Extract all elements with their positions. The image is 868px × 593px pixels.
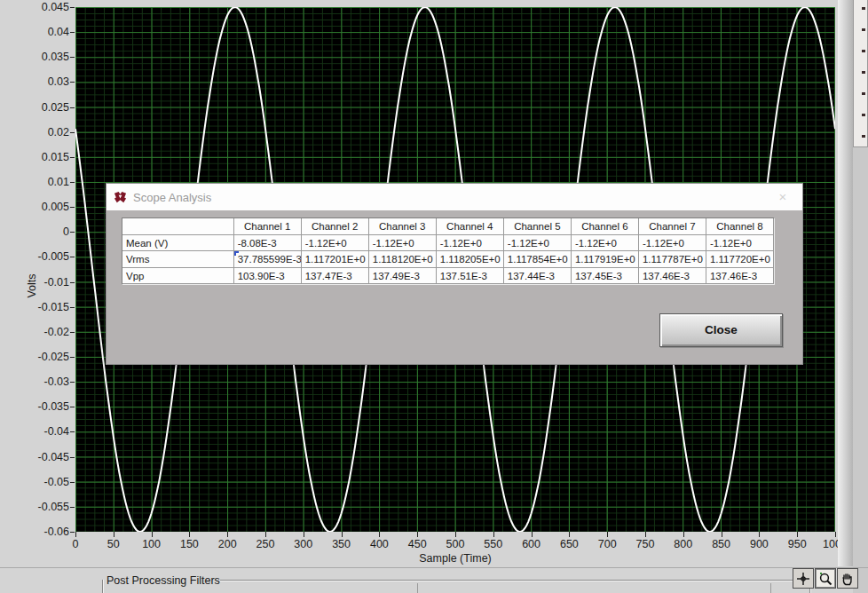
close-icon[interactable]: × (774, 189, 792, 205)
table-value-cell[interactable]: 137.45E-3 (572, 268, 639, 284)
selected-cell-marker (234, 251, 239, 256)
y-tick-mark (70, 82, 75, 83)
post-processing-filters-label: Post Processing Filters (107, 574, 220, 587)
post-processing-groupbox-border-left (102, 580, 104, 593)
table-value-cell[interactable]: -1.12E+0 (706, 235, 774, 251)
table-value-cell[interactable]: 103.90E-3 (234, 268, 302, 284)
y-tick-mark (70, 182, 75, 183)
x-tick-mark (342, 532, 343, 537)
cursor-tool-button[interactable] (793, 568, 814, 589)
y-tick-label: -0.055 (16, 501, 69, 513)
table-header-cell[interactable]: Channel 8 (706, 218, 774, 235)
scrollbar-thumb[interactable] (853, 0, 868, 147)
y-tick-mark (70, 232, 75, 233)
x-tick-mark (493, 532, 494, 537)
y-tick-label: -0.005 (16, 250, 69, 263)
table-header-cell[interactable]: Channel 6 (572, 218, 639, 235)
y-tick-label: 0.03 (16, 75, 69, 88)
y-tick-mark (70, 282, 75, 283)
y-tick-label: 0.015 (16, 151, 69, 163)
y-tick-mark (70, 457, 75, 458)
dialog-titlebar[interactable]: Scope Analysis × (107, 184, 802, 210)
table-value-cell[interactable]: 1.118205E+0 (437, 251, 504, 267)
table-value-cell[interactable]: 37.785599E-3 (234, 251, 302, 267)
y-tick-mark (70, 407, 75, 407)
table-header-cell[interactable]: Channel 1 (234, 218, 302, 235)
y-tick-mark (70, 57, 75, 58)
x-axis-label: Sample (Time) (75, 552, 835, 565)
table-value-cell[interactable]: 137.47E-3 (302, 268, 369, 284)
y-tick-mark (70, 382, 75, 383)
x-tick-mark (607, 532, 608, 537)
table-value-cell[interactable]: -1.12E+0 (369, 235, 437, 251)
scrollbar-grip-dots (862, 7, 865, 140)
y-tick-label: -0.035 (16, 400, 69, 413)
labview-front-panel: { "chart_data": { "type": "line", "xlabe… (0, 0, 868, 593)
x-tick-mark (569, 532, 570, 537)
y-tick-label: 0.045 (16, 1, 69, 13)
table-header-cell[interactable]: Channel 7 (639, 218, 706, 235)
table-row-label[interactable]: Vrms (122, 251, 234, 267)
groupbox-inner-divider (417, 583, 418, 593)
table-value-cell[interactable]: 137.46E-3 (706, 268, 774, 284)
table-value-cell[interactable]: 1.117201E+0 (302, 251, 369, 267)
table-value-cell[interactable]: 1.117787E+0 (639, 251, 706, 267)
table-value-cell[interactable]: 137.51E-3 (437, 268, 504, 284)
table-value-cell[interactable]: 1.117919E+0 (572, 251, 639, 267)
x-tick-mark (835, 532, 836, 537)
y-tick-label: 0.035 (16, 51, 69, 63)
x-tick-mark (227, 532, 228, 537)
zoom-tool-button[interactable] (815, 568, 836, 589)
x-tick-mark (455, 532, 456, 537)
y-tick-mark (70, 107, 75, 108)
table-row-label[interactable]: Vpp (122, 268, 234, 284)
y-tick-mark (70, 332, 75, 333)
table-row: Vpp103.90E-3137.47E-3137.49E-3137.51E-31… (122, 268, 774, 284)
crosshair-icon (796, 572, 810, 586)
y-tick-mark (70, 357, 75, 358)
table-value-cell[interactable]: 1.117720E+0 (706, 251, 774, 267)
hand-icon (840, 572, 855, 586)
table-value-cell[interactable]: 137.46E-3 (639, 268, 706, 284)
table-header-cell[interactable]: Channel 3 (369, 218, 437, 235)
table-value-cell[interactable]: -8.08E-3 (234, 235, 302, 251)
y-tick-mark (70, 207, 75, 208)
table-value-cell[interactable]: -1.12E+0 (504, 235, 572, 251)
y-tick-mark (70, 532, 75, 533)
panel-edge-gradient (838, 0, 853, 566)
post-processing-groupbox-border (220, 580, 810, 581)
table-value-cell[interactable]: 1.117854E+0 (504, 251, 572, 267)
y-tick-mark (70, 32, 75, 33)
y-tick-mark (70, 307, 75, 308)
x-tick-mark (379, 532, 380, 537)
x-tick-mark (532, 532, 533, 537)
table-header-cell[interactable] (122, 218, 234, 235)
y-tick-label: -0.02 (16, 326, 69, 338)
table-value-cell[interactable]: 1.118120E+0 (369, 251, 437, 267)
close-button[interactable]: Close (659, 313, 783, 347)
y-tick-label: -0.06 (16, 526, 69, 538)
table-header-cell[interactable]: Channel 4 (437, 218, 504, 235)
pan-tool-button[interactable] (837, 568, 858, 589)
table-value-cell[interactable]: -1.12E+0 (302, 235, 369, 251)
x-tick-mark (189, 532, 190, 537)
table-header-cell[interactable]: Channel 2 (302, 218, 369, 235)
x-tick-mark (759, 532, 760, 537)
table-value-cell[interactable]: 137.44E-3 (504, 268, 572, 284)
y-tick-label: 0 (16, 225, 69, 238)
vertical-scrollbar[interactable] (853, 0, 868, 593)
table-value-cell[interactable]: -1.12E+0 (639, 235, 706, 251)
table-value-cell[interactable]: 137.49E-3 (369, 268, 437, 284)
table-header-cell[interactable]: Channel 5 (504, 218, 572, 235)
x-tick-mark (304, 532, 304, 537)
y-tick-mark (70, 257, 75, 257)
x-tick-mark (114, 532, 114, 537)
measurements-table[interactable]: Channel 1Channel 2Channel 3Channel 4Chan… (122, 217, 775, 285)
table-value-cell[interactable]: -1.12E+0 (572, 235, 639, 251)
y-tick-label: 0.04 (16, 26, 69, 38)
x-tick-mark (152, 532, 153, 537)
table-row-label[interactable]: Mean (V) (122, 235, 234, 251)
table-value-cell[interactable]: -1.12E+0 (437, 235, 504, 251)
y-tick-mark (70, 132, 75, 133)
dialog-title: Scope Analysis (133, 191, 211, 204)
